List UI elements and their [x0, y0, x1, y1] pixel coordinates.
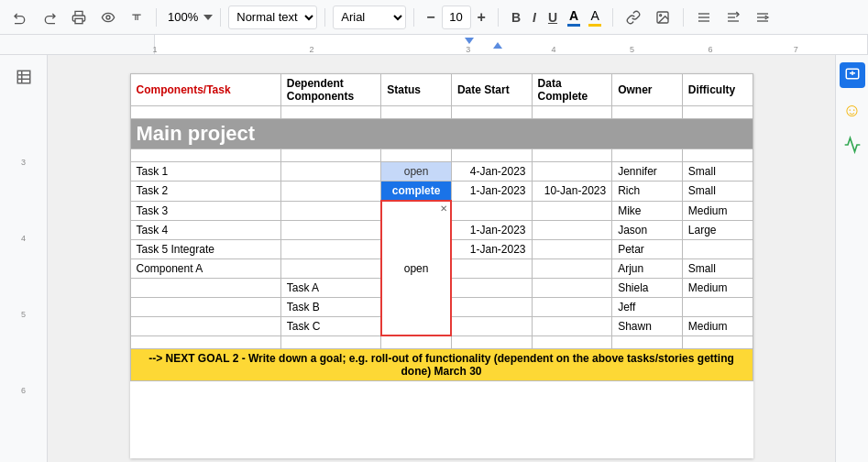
zoom-control: 100% — [164, 8, 213, 26]
taskA-name: Task A — [280, 278, 381, 297]
paragraph-style-select[interactable]: Normal text — [228, 6, 317, 29]
highlight-color-bar — [588, 24, 601, 27]
separator-3 — [324, 8, 325, 27]
svg-point-1 — [106, 16, 110, 19]
font-size-input[interactable] — [442, 6, 471, 29]
main-project-title: Main project — [130, 119, 753, 149]
document: Components/Task Dependent Components Sta… — [130, 73, 753, 458]
compA-date-start — [451, 258, 532, 278]
ruler-mark-2: 3 — [466, 45, 470, 54]
taskB-date-start — [451, 297, 532, 316]
separator-7 — [683, 8, 684, 27]
ruler-mark-6: 7 — [794, 45, 798, 54]
ruler-mark-3: 4 — [552, 45, 556, 54]
compA-owner: Arjun — [612, 258, 683, 278]
taskC-name: Task C — [280, 316, 381, 336]
header-dependent: Dependent Components — [280, 74, 381, 106]
goal-row: --> NEXT GOAL 2 - Write down a goal; e.g… — [130, 348, 753, 380]
spacer-row-3 — [130, 336, 753, 348]
task1-data-complete — [532, 162, 612, 182]
font-size-increase-button[interactable]: + — [473, 7, 490, 28]
format-clear-button[interactable] — [125, 7, 148, 28]
close-x[interactable]: ✕ — [440, 204, 447, 214]
undo-button[interactable] — [7, 6, 33, 28]
spacer-row-2 — [130, 149, 753, 162]
font-color-button[interactable]: A — [564, 6, 584, 28]
task5-name: Task 5 Integrate — [130, 239, 280, 258]
outline-icon[interactable] — [9, 62, 38, 92]
task4-owner: Jason — [612, 220, 683, 239]
print-button[interactable] — [66, 6, 92, 28]
task3-difficulty: Medium — [682, 201, 753, 220]
taskC-difficulty: Medium — [682, 316, 753, 336]
ruler-mark-4: 5 — [630, 45, 634, 54]
highlight-label: A — [590, 8, 599, 23]
taskB-data-complete — [532, 297, 612, 316]
page-number-4: 4 — [21, 234, 26, 243]
separator-5 — [498, 8, 499, 27]
taskA-difficulty: Medium — [682, 278, 753, 297]
page-number-5: 5 — [21, 310, 26, 319]
compA-difficulty: Small — [682, 258, 753, 278]
insert-link-button[interactable] — [621, 6, 646, 28]
paint-format-button[interactable] — [95, 6, 121, 28]
emoji-button[interactable]: ☺ — [840, 97, 865, 123]
task2-owner: Rich — [612, 182, 683, 202]
add-comment-button[interactable] — [840, 62, 865, 88]
ruler-mark-0: 1 — [152, 45, 157, 54]
svg-point-4 — [660, 14, 662, 16]
taskC-owner: Shawn — [612, 316, 683, 336]
header-components-task: Components/Task — [130, 74, 280, 106]
italic-button[interactable]: I — [527, 7, 542, 28]
underline-button[interactable]: U — [543, 7, 563, 28]
more-options-button[interactable] — [750, 6, 775, 28]
table-row: Task 3 ✕ open Mike Medium — [130, 201, 753, 220]
svg-rect-14 — [17, 71, 30, 83]
header-status: Status — [381, 74, 452, 106]
task2-status[interactable]: complete — [381, 182, 452, 202]
task2-name: Task 2 — [130, 182, 280, 202]
task2-date-start: 1-Jan-2023 — [451, 182, 532, 202]
ruler-mark-5: 6 — [709, 45, 713, 54]
taskC-date-start — [451, 316, 532, 336]
document-area: Components/Task Dependent Components Sta… — [48, 55, 835, 462]
header-difficulty: Difficulty — [682, 74, 753, 106]
task1-owner: Jennifer — [612, 162, 683, 182]
separator-4 — [413, 8, 414, 27]
redo-button[interactable] — [37, 6, 62, 28]
task5-date-start: 1-Jan-2023 — [451, 239, 532, 258]
insert-image-button[interactable] — [650, 6, 676, 28]
chart-button[interactable] — [840, 132, 865, 158]
task5-owner: Petar — [612, 239, 683, 258]
header-date-start: Date Start — [451, 74, 532, 106]
toolbar: 100% Normal text Arial − + B I U A A — [0, 0, 868, 35]
task4-name: Task 4 — [130, 220, 280, 239]
task2-dependent — [280, 182, 381, 202]
font-size-decrease-button[interactable]: − — [422, 7, 439, 28]
merged-status-open[interactable]: ✕ open — [381, 201, 452, 336]
compA-data-complete — [532, 258, 612, 278]
separator-6 — [612, 8, 613, 27]
spacer-row-1 — [130, 106, 753, 119]
highlight-color-button[interactable]: A — [585, 6, 605, 28]
taskA-data-complete — [532, 278, 612, 297]
taskC-component — [130, 316, 280, 336]
font-color-label: A — [569, 8, 578, 23]
taskC-data-complete — [532, 316, 612, 336]
font-family-select[interactable]: Arial — [333, 6, 406, 29]
task4-date-start: 1-Jan-2023 — [451, 220, 532, 239]
separator-2 — [220, 8, 221, 27]
align-button[interactable] — [691, 6, 717, 28]
table-row: Task 1 open 4-Jan-2023 Jennifer Small — [130, 162, 753, 182]
bold-button[interactable]: B — [506, 7, 526, 28]
task2-difficulty: Small — [682, 182, 753, 202]
page-number-3: 3 — [21, 158, 26, 167]
right-panel: ☺ — [835, 55, 868, 462]
left-panel: 3 4 5 6 — [0, 55, 48, 462]
line-spacing-button[interactable] — [720, 6, 746, 28]
taskA-component — [130, 278, 280, 297]
page-number-6: 6 — [21, 386, 26, 395]
format-buttons: B I U A A — [506, 6, 605, 28]
table-header-row: Components/Task Dependent Components Sta… — [130, 74, 753, 106]
task1-status[interactable]: open — [381, 162, 452, 182]
